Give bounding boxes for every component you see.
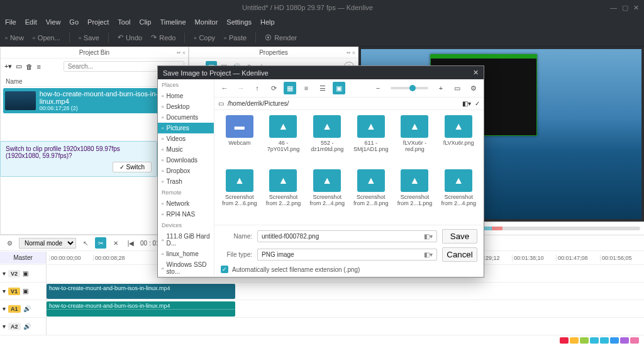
menu-clip[interactable]: Clip — [139, 18, 151, 26]
file-item[interactable]: ▲611 - SMj1AD1.png — [351, 115, 391, 166]
forward-icon[interactable]: → — [235, 82, 247, 94]
tag-icon[interactable]: ≡ — [36, 63, 40, 70]
filename-input[interactable]: untitled-f000782.png — [262, 233, 319, 240]
cancel-button[interactable]: Cancel — [442, 247, 477, 262]
file-item[interactable]: ▲fLVXu6r - red.png — [395, 115, 435, 166]
delete-icon[interactable]: 🗑 — [26, 63, 33, 70]
paste-button[interactable]: ▫ Paste — [224, 34, 247, 42]
file-item[interactable]: ▲Screenshot from 2...8.png — [351, 169, 391, 220]
save-button[interactable]: Save — [442, 229, 477, 244]
mute-icon[interactable]: 🔊 — [23, 305, 31, 312]
color-seg[interactable] — [600, 337, 609, 344]
place-home[interactable]: ▫Home — [158, 91, 214, 101]
file-item[interactable]: ▬Webcam — [219, 115, 260, 166]
compact-view-icon[interactable]: ≡ — [300, 82, 313, 94]
folder-icon[interactable]: ▭ — [16, 62, 22, 70]
close-icon[interactable]: ✕ — [633, 4, 639, 12]
mute-icon[interactable]: ▣ — [23, 288, 28, 295]
zoom-slider[interactable] — [391, 87, 428, 89]
master-track[interactable]: Master — [0, 252, 47, 264]
spacer-tool-icon[interactable]: ✕ — [110, 237, 121, 249]
save-button[interactable]: ▫ Save — [79, 34, 99, 42]
file-item[interactable]: ▲Screenshot from 2...4.png — [307, 169, 347, 220]
details-view-icon[interactable]: ☰ — [316, 82, 329, 94]
dialog-close-icon[interactable]: ✕ — [473, 69, 479, 77]
menu-timeline[interactable]: Timeline — [160, 18, 186, 26]
zoom-in-icon[interactable]: + — [435, 82, 447, 94]
file-item[interactable]: ▲46 - 7pY01Vl.png — [264, 115, 304, 166]
edit-mode-select[interactable]: Normal mode — [19, 238, 76, 249]
place-documents[interactable]: ▫Documents — [158, 112, 214, 123]
color-seg[interactable] — [590, 337, 599, 344]
accept-path-icon[interactable]: ✓ — [475, 100, 480, 107]
add-clip-icon[interactable]: +▾ — [4, 62, 12, 70]
place-trash[interactable]: ▫Trash — [158, 176, 214, 187]
place-downloads[interactable]: ▫Downloads — [158, 155, 214, 166]
file-item[interactable]: ▲Screenshot from 2...4.png — [438, 169, 479, 220]
video-clip[interactable]: how-to-create-mount-and-burn-isos-in-lin… — [47, 284, 235, 299]
place-111-8-gib-hard-d-[interactable]: ▫111.8 GiB Hard D... — [158, 231, 214, 249]
copy-button[interactable]: ▫ Copy — [194, 34, 215, 42]
place-rpi4-nas[interactable]: ▫RPI4 NAS — [158, 209, 214, 220]
file-item[interactable]: ▲Screenshot from 2...2.png — [264, 169, 304, 220]
open-button[interactable]: ▫ Open... — [33, 34, 60, 42]
place-dropbox[interactable]: ▫Dropbox — [158, 166, 214, 176]
mute-icon[interactable]: ▣ — [23, 270, 28, 277]
menu-go[interactable]: Go — [69, 18, 79, 26]
menu-view[interactable]: View — [46, 18, 61, 26]
icons-view-icon[interactable]: ▦ — [284, 82, 296, 94]
color-seg[interactable] — [630, 337, 639, 344]
zoom-out-icon[interactable]: − — [372, 82, 384, 94]
place-music[interactable]: ▫Music — [158, 144, 214, 155]
place-desktop[interactable]: ▫Desktop — [158, 101, 214, 112]
file-item[interactable]: ▲Screenshot from 2...1.png — [395, 169, 435, 220]
minimize-icon[interactable]: — — [610, 4, 617, 12]
color-seg[interactable] — [610, 337, 619, 344]
menu-monitor[interactable]: Monitor — [195, 18, 218, 26]
pointer-tool-icon[interactable]: ↖ — [80, 237, 91, 249]
back-icon[interactable]: ← — [218, 82, 231, 94]
auto-ext-checkbox[interactable]: ✓ — [221, 266, 228, 273]
new-folder-icon[interactable]: ▭ — [451, 82, 464, 94]
reload-icon[interactable]: ⟳ — [267, 82, 280, 94]
clear-icon[interactable]: ◧▾ — [424, 251, 433, 258]
prev-keyframe-icon[interactable]: |◀ — [125, 237, 136, 249]
color-seg[interactable] — [570, 337, 579, 344]
track-v1[interactable]: ▾ V1 ▣ how-to-create-mount-and-burn-isos… — [0, 283, 644, 300]
undo-button[interactable]: ↶ Undo — [118, 33, 142, 42]
track-a2[interactable]: ▾ A2 🔊 — [0, 318, 644, 335]
preview-icon[interactable]: ▣ — [333, 82, 345, 94]
maximize-icon[interactable]: ▢ — [622, 4, 628, 12]
audio-clip[interactable]: how-to-create-mount-and-burn-isos-in-lin… — [47, 301, 235, 317]
redo-button[interactable]: ↷ Redo — [151, 33, 175, 42]
menu-file[interactable]: File — [5, 18, 16, 26]
filetype-select[interactable]: PNG image — [262, 251, 294, 258]
clear-icon[interactable]: ◧▾ — [424, 233, 433, 240]
menu-edit[interactable]: Edit — [25, 18, 37, 26]
place-pictures[interactable]: ▫Pictures — [158, 123, 214, 133]
file-item[interactable]: ▲fLVXu6r.png — [438, 115, 479, 166]
place-windows-ssd-sto-[interactable]: ▫Windows SSD sto... — [158, 259, 214, 277]
place-network[interactable]: ▫Network — [158, 198, 214, 209]
menu-help[interactable]: Help — [260, 18, 275, 26]
place-videos[interactable]: ▫Videos — [158, 133, 214, 144]
settings-icon[interactable]: ⚙ — [467, 82, 480, 94]
place-linux_home[interactable]: ▫linux_home — [158, 249, 214, 259]
file-item[interactable]: ▲Screenshot from 2...6.png — [219, 169, 260, 220]
color-seg[interactable] — [560, 337, 569, 344]
file-item[interactable]: ▲552 - dz1m9td.png — [307, 115, 347, 166]
color-seg[interactable] — [580, 337, 589, 344]
up-icon[interactable]: ↑ — [251, 82, 264, 94]
menu-tool[interactable]: Tool — [118, 18, 130, 26]
path[interactable]: /home/derrik/Pictures/ — [228, 100, 289, 107]
menu-project[interactable]: Project — [87, 18, 109, 26]
menu-settings[interactable]: Settings — [226, 18, 252, 26]
razor-tool-icon[interactable]: ✂ — [95, 237, 106, 249]
bookmark-icon[interactable]: ◧▾ — [462, 100, 471, 107]
switch-button[interactable]: ✓ Switch — [113, 162, 152, 172]
settings-icon[interactable]: ⚙ — [4, 237, 15, 249]
new-button[interactable]: ▫ New — [5, 34, 24, 42]
mute-icon[interactable]: 🔊 — [23, 323, 31, 330]
color-seg[interactable] — [620, 337, 629, 344]
track-a1[interactable]: ▾ A1 🔊 how-to-create-mount-and-burn-isos… — [0, 300, 644, 318]
